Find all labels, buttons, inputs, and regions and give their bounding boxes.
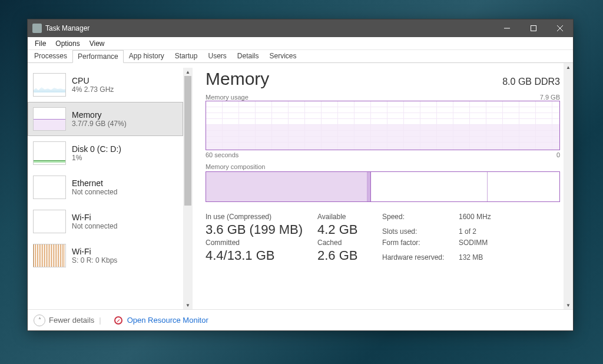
- svg-rect-1: [531, 26, 536, 31]
- memory-composition-chart: [206, 171, 560, 202]
- sidebar-item-label: Disk 0 (C: D:): [72, 144, 121, 154]
- usage-chart-label: Memory usage: [206, 94, 249, 101]
- tab-app-history[interactable]: App history: [124, 49, 170, 62]
- composition-label: Memory composition: [206, 163, 560, 170]
- axis-right: 0: [556, 151, 560, 158]
- sidebar-item-cpu[interactable]: CPU 4% 2.73 GHz: [28, 68, 183, 102]
- inuse-value: 3.6 GB (199 MB): [206, 222, 317, 237]
- sidebar-item-sub: S: 0 R: 0 Kbps: [72, 256, 117, 264]
- tab-performance[interactable]: Performance: [72, 50, 124, 63]
- available-label: Available: [317, 213, 382, 221]
- speed-value: 1600 MHz: [459, 213, 524, 221]
- chevron-up-icon[interactable]: ˄: [34, 315, 45, 326]
- scrollbar-thumb[interactable]: [184, 76, 191, 206]
- menu-view[interactable]: View: [85, 38, 110, 49]
- tab-services[interactable]: Services: [264, 49, 302, 62]
- form-label: Form factor:: [382, 239, 459, 247]
- scroll-up-icon[interactable]: ▲: [183, 68, 193, 76]
- fewer-details-link[interactable]: Fewer details: [49, 316, 94, 325]
- sidebar-item-wifi-2[interactable]: Wi-Fi S: 0 R: 0 Kbps: [28, 239, 183, 273]
- sidebar-item-memory[interactable]: Memory 3.7/7.9 GB (47%): [28, 102, 183, 136]
- sidebar: CPU 4% 2.73 GHz Memory 3.7/7.9 GB (47%) …: [28, 63, 193, 309]
- window-title: Task Manager: [45, 24, 90, 32]
- sidebar-item-sub: 3.7/7.9 GB (47%): [72, 120, 127, 128]
- sidebar-item-sub: Not connected: [72, 188, 117, 196]
- content-pane: Memory 8.0 GB DDR3 Memory usage 7.9 GB 6…: [193, 63, 573, 309]
- sidebar-item-sub: Not connected: [72, 222, 117, 230]
- menu-file[interactable]: File: [30, 38, 51, 49]
- available-value: 4.2 GB: [317, 222, 382, 237]
- sidebar-item-label: Wi-Fi: [72, 213, 117, 222]
- scroll-up-icon[interactable]: ▲: [564, 63, 573, 71]
- hw-label: Hardware reserved:: [382, 253, 459, 262]
- scroll-down-icon[interactable]: ▼: [183, 301, 193, 309]
- scroll-down-icon[interactable]: ▼: [564, 301, 573, 309]
- capacity-label: 8.0 GB DDR3: [502, 77, 560, 87]
- sidebar-item-label: Memory: [72, 110, 127, 120]
- committed-value: 4.4/13.1 GB: [206, 248, 317, 263]
- menu-options[interactable]: Options: [51, 38, 84, 49]
- thumb-memory-icon: [33, 107, 66, 131]
- tab-startup[interactable]: Startup: [170, 49, 203, 62]
- sidebar-item-disk[interactable]: Disk 0 (C: D:) 1%: [28, 136, 183, 170]
- thumb-wifi-icon: [33, 210, 66, 233]
- slots-value: 1 of 2: [459, 227, 524, 236]
- resource-monitor-icon: [114, 316, 122, 325]
- page-title: Memory: [206, 69, 269, 89]
- thumb-disk-icon: [33, 141, 66, 165]
- inuse-label: In use (Compressed): [206, 213, 317, 221]
- thumb-ethernet-icon: [33, 176, 66, 199]
- sidebar-item-ethernet[interactable]: Ethernet Not connected: [28, 170, 183, 204]
- cached-value: 2.6 GB: [317, 248, 382, 263]
- sidebar-scrollbar[interactable]: ▲ ▼: [183, 68, 193, 309]
- composition-free: [488, 172, 559, 201]
- tab-details[interactable]: Details: [232, 49, 264, 62]
- composition-inuse: [206, 172, 367, 201]
- maximize-button[interactable]: [520, 19, 546, 37]
- titlebar[interactable]: Task Manager: [28, 19, 573, 37]
- axis-left: 60 seconds: [206, 151, 238, 158]
- sidebar-item-label: CPU: [72, 76, 114, 85]
- task-manager-window: Task Manager File Options View Processes…: [27, 19, 574, 331]
- footer: ˄ Fewer details | Open Resource Monitor: [28, 309, 573, 330]
- sidebar-item-sub: 4% 2.73 GHz: [72, 85, 114, 94]
- stats-grid: In use (Compressed) Available Speed: 160…: [206, 213, 560, 263]
- menubar: File Options View: [28, 37, 573, 50]
- cached-label: Cached: [317, 239, 382, 247]
- open-resource-monitor-link[interactable]: Open Resource Monitor: [127, 316, 208, 325]
- committed-label: Committed: [206, 239, 317, 247]
- speed-label: Speed:: [382, 213, 459, 221]
- close-button[interactable]: [546, 19, 573, 37]
- sidebar-item-label: Ethernet: [72, 178, 117, 188]
- form-value: SODIMM: [459, 239, 524, 247]
- sidebar-item-wifi-1[interactable]: Wi-Fi Not connected: [28, 204, 183, 239]
- composition-standby: [371, 172, 488, 201]
- tabbar: Processes Performance App history Startu…: [28, 50, 573, 63]
- hw-value: 132 MB: [459, 253, 524, 262]
- app-icon: [32, 24, 42, 33]
- slots-label: Slots used:: [382, 227, 459, 236]
- tab-users[interactable]: Users: [203, 49, 231, 62]
- sidebar-item-label: Wi-Fi: [72, 247, 117, 256]
- usage-chart-max: 7.9 GB: [540, 94, 560, 101]
- sidebar-item-sub: 1%: [72, 154, 121, 162]
- minimize-button[interactable]: [493, 19, 520, 37]
- thumb-cpu-icon: [33, 73, 66, 97]
- content-scrollbar[interactable]: ▲ ▼: [564, 63, 573, 309]
- tab-processes[interactable]: Processes: [29, 49, 72, 62]
- thumb-wifi-icon: [33, 244, 66, 267]
- memory-usage-chart: [206, 101, 560, 150]
